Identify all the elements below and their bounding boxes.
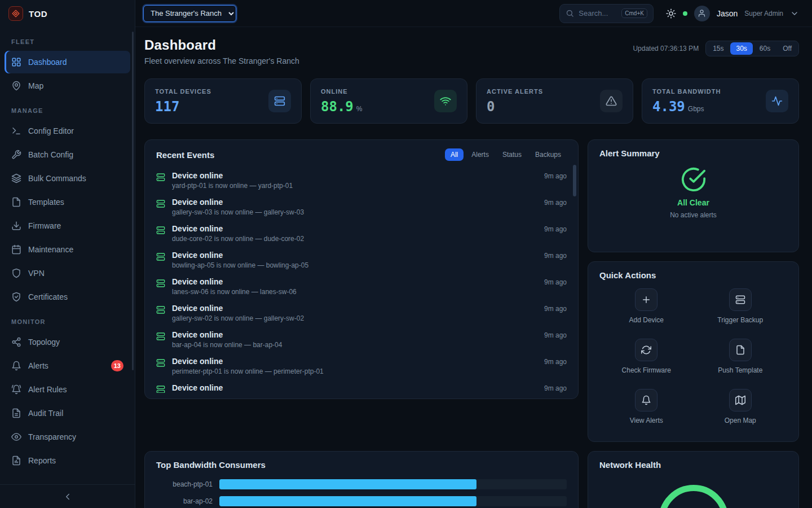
right-column: Alert Summary All Clear No active alerts… <box>588 139 799 508</box>
main-content: Dashboard Fleet overview across The Stra… <box>135 27 812 508</box>
event-time: 9m ago <box>544 358 567 366</box>
bar-fill <box>219 496 476 506</box>
refresh-interval-segmented: 15s 30s 60s Off <box>705 41 799 56</box>
quick-action-label: Check Firmware <box>622 366 671 374</box>
tab-status[interactable]: Status <box>497 148 527 161</box>
stat-value: 88.9 <box>321 99 354 115</box>
event-row: Device onlinegallery-sw-03 is now online… <box>145 194 578 220</box>
event-row: Device onlinebowling-ap-05 is now online… <box>145 247 578 273</box>
quick-action-trigger-backup[interactable]: Trigger Backup <box>717 288 763 324</box>
bandwidth-chart-panel: Top Bandwidth Consumers beach-ptp-01 bar… <box>144 451 579 508</box>
sidebar-item-dashboard[interactable]: Dashboard <box>5 51 130 73</box>
events-scrollbar[interactable] <box>573 165 576 196</box>
quick-action-label: Trigger Backup <box>717 316 763 324</box>
sidebar-item-certificates[interactable]: Certificates <box>5 286 130 308</box>
sidebar-item-templates[interactable]: Templates <box>5 191 130 213</box>
sidebar-item-label: Alert Rules <box>28 385 67 394</box>
user-menu-toggle[interactable] <box>790 9 799 18</box>
sidebar-item-map[interactable]: Map <box>5 75 130 97</box>
sidebar-item-transparency[interactable]: Transparency <box>5 426 130 448</box>
quick-action-add-device[interactable]: Add Device <box>629 288 664 324</box>
quick-action-open-map[interactable]: Open Map <box>725 389 756 424</box>
quick-action-label: Push Template <box>718 366 762 374</box>
tab-backups[interactable]: Backups <box>529 148 567 161</box>
sidebar-collapse-button[interactable] <box>0 484 135 508</box>
sidebar-item-label: Templates <box>28 198 64 207</box>
event-title: Device online <box>172 304 304 313</box>
sidebar-item-config-editor[interactable]: Config Editor <box>5 120 130 142</box>
chevron-left-icon <box>63 492 73 502</box>
bar-track <box>219 479 567 489</box>
file-icon <box>729 339 752 361</box>
event-detail: bar-ap-04 is now online — bar-ap-04 <box>172 341 282 349</box>
search-input[interactable] <box>579 9 617 17</box>
refresh-30s-button[interactable]: 30s <box>730 42 752 55</box>
event-list[interactable]: Device onlineyard-ptp-01 is now online —… <box>145 167 578 393</box>
sidebar-scrollbar[interactable] <box>132 32 134 370</box>
updated-timestamp: Updated 07:36:13 PM <box>633 45 699 52</box>
sidebar-item-label: Certificates <box>28 292 68 301</box>
event-detail: gallery-sw-03 is now online — gallery-sw… <box>172 208 304 216</box>
sidebar-item-firmware[interactable]: Firmware <box>5 214 130 237</box>
app-logo-icon <box>8 6 23 21</box>
event-title: Device online <box>172 383 223 392</box>
quick-action-view-alerts[interactable]: View Alerts <box>630 389 663 424</box>
stat-card-active-alerts: ACTIVE ALERTS 0 <box>476 78 633 124</box>
bar-row: bar-ap-02 <box>145 493 578 508</box>
stat-card-total-devices: TOTAL DEVICES 117 <box>144 78 302 124</box>
sidebar-item-label: Batch Config <box>28 150 73 159</box>
sidebar-item-audit-trail[interactable]: Audit Trail <box>5 402 130 424</box>
search-box[interactable]: Cmd+K <box>559 4 654 23</box>
sidebar-item-label: Topology <box>28 338 60 347</box>
quick-actions-panel: Quick Actions Add Device Trigger Backup <box>588 261 799 442</box>
server-icon <box>729 288 752 311</box>
sidebar-item-vpn[interactable]: VPN <box>5 262 130 284</box>
alert-triangle-icon <box>600 90 623 112</box>
quick-action-check-firmware[interactable]: Check Firmware <box>622 339 671 374</box>
sidebar-item-label: Firmware <box>28 221 61 230</box>
sidebar-item-alerts[interactable]: Alerts 13 <box>5 354 130 377</box>
tab-all[interactable]: All <box>445 148 464 161</box>
sidebar-item-maintenance[interactable]: Maintenance <box>5 238 130 261</box>
refresh-60s-button[interactable]: 60s <box>754 42 776 55</box>
device-server-icon <box>156 358 165 367</box>
event-row: Device onlinelanes-sw-06 is now online —… <box>145 273 578 300</box>
bar-category-label: bar-ap-02 <box>156 497 219 505</box>
event-time: 9m ago <box>544 278 567 286</box>
sidebar-item-label: Audit Trail <box>28 409 63 418</box>
plus-icon <box>635 288 657 311</box>
recent-events-panel: Recent Events All Alerts Status Backups <box>144 139 579 399</box>
sidebar: TOD FLEET Dashboard Map MANAGE Config Ed… <box>0 0 135 508</box>
bar-row: beach-ptp-01 <box>145 476 578 493</box>
dashboard-grid-icon <box>11 57 21 67</box>
sidebar-item-bulk-commands[interactable]: Bulk Commands <box>5 167 130 190</box>
sidebar-item-alert-rules[interactable]: Alert Rules <box>5 378 130 401</box>
quick-action-push-template[interactable]: Push Template <box>718 339 762 374</box>
theme-toggle-button[interactable] <box>666 8 676 19</box>
sidebar-item-batch-config[interactable]: Batch Config <box>5 143 130 166</box>
content-grid: Recent Events All Alerts Status Backups <box>144 139 799 508</box>
network-health-gauge <box>659 485 729 508</box>
event-detail: gallery-sw-02 is now online — gallery-sw… <box>172 314 304 322</box>
terminal-icon <box>11 126 21 136</box>
search-icon <box>566 9 574 17</box>
quick-actions-title: Quick Actions <box>599 270 656 280</box>
avatar[interactable] <box>694 6 710 21</box>
quick-action-label: View Alerts <box>630 417 663 424</box>
alerts-count-badge: 13 <box>111 360 123 371</box>
device-server-icon <box>156 332 165 341</box>
sidebar-item-label: Reports <box>28 456 56 465</box>
refresh-off-button[interactable]: Off <box>777 42 797 55</box>
quick-action-label: Open Map <box>725 417 756 424</box>
sidebar-item-reports[interactable]: Reports <box>5 449 130 472</box>
layers-icon <box>11 173 21 183</box>
event-title: Device online <box>172 357 324 366</box>
tab-alerts[interactable]: Alerts <box>466 148 495 161</box>
alert-summary-title: Alert Summary <box>599 148 660 158</box>
sidebar-item-topology[interactable]: Topology <box>5 331 130 353</box>
site-selector[interactable]: The Stranger's Ranch <box>143 5 236 22</box>
bar-fill <box>219 479 476 489</box>
event-title: Device online <box>172 224 304 233</box>
stat-unit: % <box>356 105 363 113</box>
refresh-15s-button[interactable]: 15s <box>707 42 729 55</box>
